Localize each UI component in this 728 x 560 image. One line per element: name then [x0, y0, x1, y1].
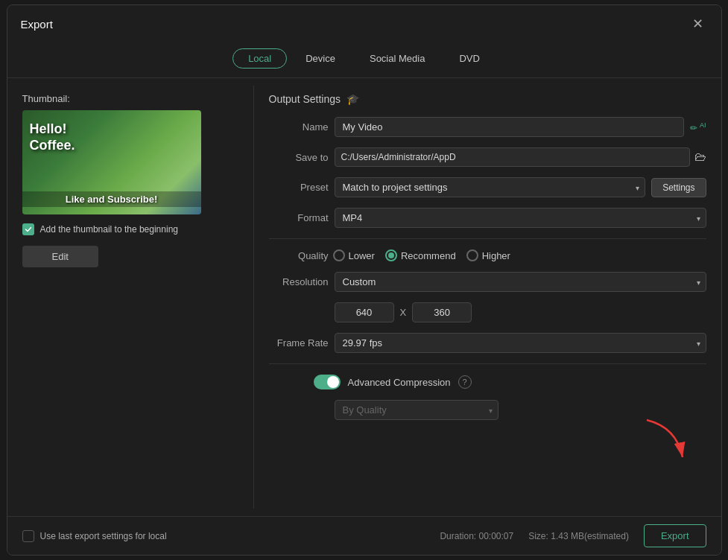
save-to-row: Save to 🗁 [269, 147, 706, 167]
separator-1 [269, 238, 706, 239]
advanced-compression-row: Advanced Compression ? [314, 375, 706, 389]
thumbnail-label: Thumbnail: [22, 93, 238, 104]
output-settings-title: Output Settings 🎓 [269, 93, 706, 105]
name-label: Name [269, 121, 329, 133]
quality-row: Quality Lower Recommend Higher [269, 249, 706, 261]
tab-device[interactable]: Device [290, 48, 351, 69]
resolution-width-input[interactable] [335, 302, 394, 322]
export-button[interactable]: Export [644, 524, 706, 547]
settings-button[interactable]: Settings [651, 178, 706, 197]
add-thumbnail-checkbox[interactable] [22, 223, 34, 235]
content-area: Thumbnail: Hello! Coffee. Like and Subsc… [7, 78, 721, 516]
use-last-settings-label: Use last export settings for local [40, 531, 167, 541]
path-row: 🗁 [335, 147, 706, 167]
size-info: Size: 1.43 MB(estimated) [528, 531, 629, 541]
add-thumbnail-row: Add the thumbnail to the beginning [22, 223, 238, 235]
resolution-height-input[interactable] [412, 302, 472, 322]
quality-recommend-label: Recommend [401, 250, 456, 261]
quality-higher-radio[interactable] [466, 249, 478, 261]
footer-left: Use last export settings for local [22, 530, 167, 542]
tab-dvd[interactable]: DVD [443, 48, 495, 69]
quality-lower-option[interactable]: Lower [333, 249, 375, 261]
footer: Use last export settings for local Durat… [7, 516, 721, 555]
resolution-select[interactable]: Custom [335, 272, 706, 292]
ai-icon[interactable]: ✏ AI [690, 121, 706, 133]
tabs-row: Local Device Social Media DVD [7, 42, 721, 78]
format-select[interactable]: MP4 [335, 208, 706, 228]
quality-higher-option[interactable]: Higher [466, 249, 510, 261]
use-last-settings-checkbox[interactable] [22, 530, 34, 542]
format-label: Format [269, 212, 329, 223]
quality-lower-label: Lower [349, 250, 375, 261]
thumbnail-overlay: Hello! Coffee. [30, 121, 75, 153]
name-row: Name ✏ AI [269, 117, 706, 137]
resolution-dimensions-row: X [335, 302, 706, 322]
advanced-compression-toggle[interactable] [314, 375, 341, 389]
thumbnail-image: Hello! Coffee. Like and Subscribe! [22, 110, 201, 214]
dialog-title: Export [21, 18, 53, 31]
hat-icon: 🎓 [346, 93, 359, 105]
help-icon[interactable]: ? [458, 375, 472, 389]
frame-rate-select[interactable]: 29.97 fps [335, 333, 706, 353]
red-arrow-annotation [632, 413, 699, 475]
frame-rate-label: Frame Rate [269, 337, 329, 349]
duration-info: Duration: 00:00:07 [440, 531, 513, 541]
format-select-wrapper: MP4 ▾ [335, 208, 706, 228]
footer-right: Duration: 00:00:07 Size: 1.43 MB(estimat… [440, 524, 706, 547]
resolution-label: Resolution [269, 276, 329, 287]
by-quality-select[interactable]: By Quality [335, 400, 498, 420]
quality-recommend-radio[interactable] [385, 249, 397, 261]
save-to-label: Save to [269, 152, 329, 163]
quality-higher-label: Higher [482, 250, 510, 261]
quality-radio-group: Lower Recommend Higher [333, 249, 706, 261]
edit-button[interactable]: Edit [22, 246, 98, 267]
thumbnail-bottom-text: Like and Subscribe! [22, 191, 201, 207]
save-path-input[interactable] [335, 147, 690, 167]
resolution-row: Resolution Custom ▾ [269, 272, 706, 292]
left-panel: Thumbnail: Hello! Coffee. Like and Subsc… [7, 78, 253, 516]
preset-label: Preset [269, 182, 329, 193]
quality-lower-radio[interactable] [333, 249, 345, 261]
name-input[interactable] [335, 117, 684, 137]
preset-row: Preset Match to project settings ▾ Setti… [269, 177, 706, 197]
title-bar: Export ✕ [7, 5, 721, 42]
frame-rate-select-wrapper: 29.97 fps ▾ [335, 333, 706, 353]
toggle-knob [327, 376, 339, 388]
add-thumbnail-label: Add the thumbnail to the beginning [40, 224, 178, 235]
preset-select-wrapper: Match to project settings ▾ [335, 177, 646, 197]
folder-icon[interactable]: 🗁 [694, 150, 706, 164]
tab-social-media[interactable]: Social Media [354, 48, 440, 69]
tab-local[interactable]: Local [232, 48, 287, 69]
separator-2 [269, 363, 706, 364]
resolution-select-wrapper: Custom ▾ [335, 272, 706, 292]
export-dialog: Export ✕ Local Device Social Media DVD T… [7, 4, 722, 556]
quality-recommend-option[interactable]: Recommend [385, 249, 456, 261]
format-row: Format MP4 ▾ [269, 208, 706, 228]
quality-label: Quality [269, 250, 329, 261]
by-quality-row: By Quality ▾ [335, 400, 706, 420]
resolution-x-separator: X [400, 307, 407, 318]
frame-rate-row: Frame Rate 29.97 fps ▾ [269, 333, 706, 353]
right-panel: Output Settings 🎓 Name ✏ AI Save to 🗁 Pr… [254, 78, 721, 516]
preset-select[interactable]: Match to project settings [335, 177, 646, 197]
close-button[interactable]: ✕ [688, 14, 708, 34]
advanced-compression-label: Advanced Compression [348, 377, 451, 388]
